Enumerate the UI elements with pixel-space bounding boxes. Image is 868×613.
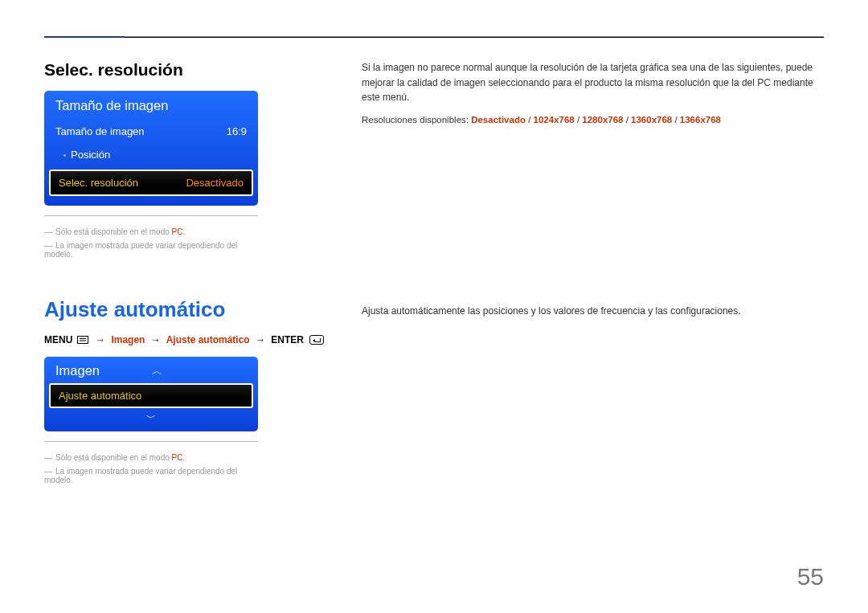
section2-footnotes: ―Sólo está disponible en el modo PC. ―La… [44,441,258,484]
osd1-row1-label: Tamaño de imagen [55,125,145,137]
osd1-header: Tamaño de imagen [44,91,258,120]
footnote-pc-only-2: ―Sólo está disponible en el modo PC. [44,453,258,462]
osd2-header: Imagen [55,363,100,378]
section1-description: Si la imagen no parece normal aunque la … [362,60,824,105]
menu-path: MENU → Imagen → Ajuste automático → ENTE… [44,333,334,345]
enter-icon [309,335,324,345]
footnote-image-vary-2: ―La imagen mostrada puede variar dependi… [44,467,258,484]
osd1-hl-label: Selec. resolución [59,177,138,189]
osd2-row-ajuste-auto[interactable]: Ajuste automático [49,383,253,408]
menu-icon [77,336,88,344]
osd1-row-tamano[interactable]: Tamaño de imagen 16:9 [44,120,258,143]
resolutions-line: Resoluciones disponibles: Desactivado / … [362,115,824,125]
osd1-row2-label: Posición [63,149,110,161]
section2-title: Ajuste automático [44,297,334,322]
osd1-row-selec-resolucion[interactable]: Selec. resolución Desactivado [49,170,253,196]
osd1-row1-value: 16:9 [227,125,247,137]
chevron-down-icon[interactable]: ﹀ [44,408,258,431]
section1-footnotes: ―Sólo está disponible en el modo PC. ―La… [44,215,258,259]
chevron-up-icon[interactable]: ︿ [100,366,215,376]
section2-description: Ajusta automáticamente las posiciones y … [362,304,824,319]
top-rule [44,36,824,38]
footnote-image-vary-1: ―La imagen mostrada puede variar dependi… [44,241,258,259]
page-number: 55 [797,563,824,591]
osd2-hl-label: Ajuste automático [59,390,141,402]
osd1-row-posicion[interactable]: Posición [44,143,258,166]
section1-title: Selec. resolución [44,60,334,80]
osd-panel-tamano: Tamaño de imagen Tamaño de imagen 16:9 P… [44,91,258,206]
footnote-pc-only-1: ―Sólo está disponible en el modo PC. [44,227,258,236]
osd-panel-imagen: Imagen ︿ Ajuste automático ﹀ [44,357,258,431]
osd1-hl-value: Desactivado [186,177,244,189]
